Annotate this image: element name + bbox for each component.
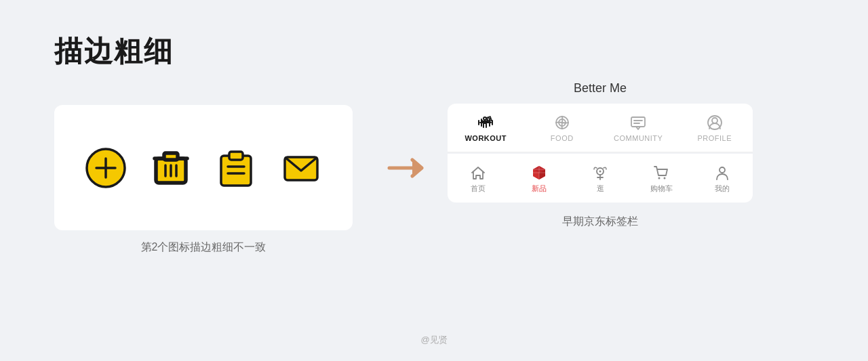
tab-workout[interactable]: WORKOUT [448, 114, 524, 142]
arrow-right-icon [387, 154, 427, 182]
tab-home[interactable]: 首页 [448, 164, 509, 194]
bottom-tab-bar: 首页 新品 [448, 154, 753, 203]
tab-my[interactable]: 我的 [692, 164, 753, 194]
tab-browse[interactable]: 逛 [570, 164, 631, 194]
arrow-wrapper [366, 105, 448, 230]
right-caption: 早期京东标签栏 [448, 215, 753, 229]
icon-circle-plus [84, 146, 127, 190]
right-panel: Better Me WORKOUT [448, 81, 753, 229]
icon-clipboard [214, 146, 258, 190]
footer-text: @见贤 [420, 335, 447, 345]
app-title: Better Me [448, 81, 753, 95]
profile-icon [706, 114, 724, 131]
svg-point-38 [599, 171, 601, 173]
community-icon [629, 114, 647, 131]
svg-rect-10 [229, 152, 243, 160]
tab-new[interactable]: 新品 [509, 164, 570, 194]
community-label: COMMUNITY [614, 134, 663, 142]
food-label: FOOD [551, 134, 574, 142]
browse-icon [591, 164, 609, 182]
workout-icon [477, 114, 494, 131]
icon-mail [279, 146, 323, 190]
new-label: 新品 [532, 184, 547, 194]
tab-cart[interactable]: 购物车 [631, 164, 692, 194]
cart-label: 购物车 [650, 184, 673, 194]
icon-trash [149, 146, 193, 190]
food-icon [553, 114, 571, 131]
tab-profile[interactable]: PROFILE [677, 114, 753, 142]
tab-community[interactable]: COMMUNITY [600, 114, 677, 142]
left-card [54, 105, 353, 230]
home-icon [469, 164, 487, 182]
new-product-icon [530, 164, 548, 182]
left-caption: 第2个图标描边粗细不一致 [54, 240, 353, 255]
browse-label: 逛 [597, 184, 604, 194]
svg-rect-5 [164, 153, 178, 160]
svg-point-39 [658, 177, 660, 179]
footer: @见贤 [0, 334, 868, 346]
svg-point-40 [664, 177, 666, 179]
tab-food[interactable]: FOOD [524, 114, 601, 142]
cart-icon [652, 164, 670, 182]
svg-point-41 [719, 167, 725, 173]
top-tab-bar: WORKOUT FOOD COMMUNITY [448, 104, 753, 152]
svg-rect-25 [631, 117, 645, 127]
my-label: 我的 [715, 184, 730, 194]
svg-point-28 [712, 118, 717, 123]
my-icon [713, 164, 731, 182]
home-label: 首页 [471, 184, 486, 194]
profile-label: PROFILE [697, 134, 732, 142]
workout-label: WORKOUT [465, 134, 507, 142]
page-title: 描边粗细 [54, 33, 174, 70]
